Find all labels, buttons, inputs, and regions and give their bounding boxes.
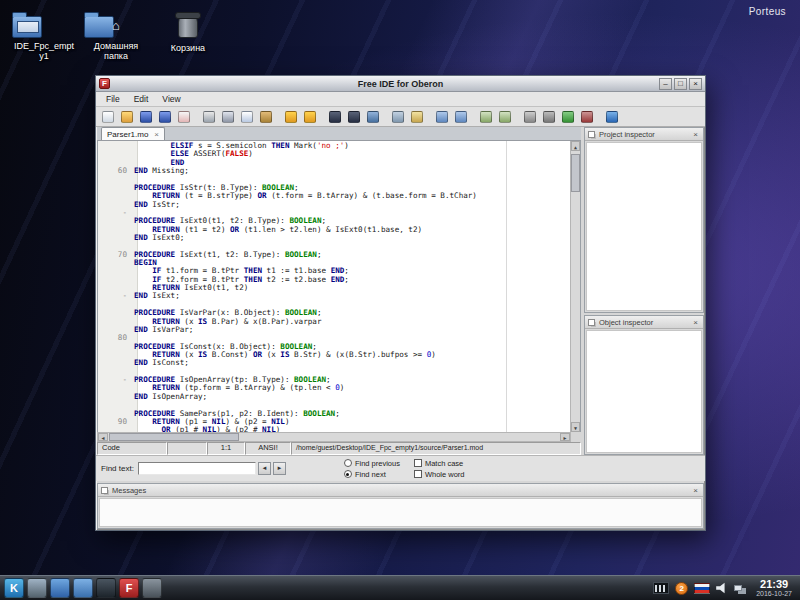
maximize-button[interactable]: □ bbox=[674, 78, 687, 90]
show-desktop-icon[interactable] bbox=[27, 578, 47, 598]
code-text: END IsOpenArray; bbox=[134, 392, 207, 401]
code-line[interactable]: 70PROCEDURE IsExt(t1, t2: B.Type): BOOLE… bbox=[98, 251, 570, 259]
unindent-button[interactable] bbox=[452, 108, 470, 125]
close-button[interactable]: × bbox=[689, 78, 702, 90]
object-inspector-panel: Object inspector × bbox=[584, 315, 704, 455]
network-icon[interactable] bbox=[734, 585, 742, 591]
kmenu-icon[interactable]: K bbox=[4, 578, 24, 598]
close-icon[interactable]: × bbox=[691, 130, 700, 139]
find-forward-button[interactable]: ► bbox=[273, 462, 286, 475]
new-file-button[interactable] bbox=[99, 108, 117, 125]
find-direction-radio[interactable]: Find previous bbox=[344, 458, 400, 468]
print-button[interactable] bbox=[200, 108, 218, 125]
replace-button[interactable] bbox=[364, 108, 382, 125]
run-button[interactable] bbox=[559, 108, 577, 125]
scroll-right-icon[interactable]: ► bbox=[560, 433, 570, 441]
code-line[interactable]: END IsVarPar; bbox=[98, 326, 570, 334]
keyboard-layout-icon[interactable] bbox=[694, 583, 710, 594]
terminal-icon[interactable] bbox=[96, 578, 116, 598]
debug-button[interactable] bbox=[578, 108, 596, 125]
save-button[interactable] bbox=[137, 108, 155, 125]
project-inspector-body[interactable] bbox=[586, 142, 702, 311]
code-line[interactable]: END IsStr; bbox=[98, 201, 570, 209]
oberon-ide-icon[interactable]: F bbox=[119, 578, 139, 598]
clock-date: 2016-10-27 bbox=[756, 590, 792, 598]
status-bar: Code 1:1 ANSI! /home/guest/Desktop/IDE_F… bbox=[97, 442, 581, 455]
object-inspector-header[interactable]: Object inspector × bbox=[585, 316, 703, 329]
tab-parser1[interactable]: Parser1.mo × bbox=[101, 127, 165, 140]
close-icon[interactable]: × bbox=[691, 486, 700, 495]
unindent-icon bbox=[455, 111, 467, 123]
goto-line-icon bbox=[392, 111, 404, 123]
scroll-left-icon[interactable]: ◄ bbox=[98, 433, 108, 441]
find-button[interactable] bbox=[326, 108, 344, 125]
goto-line-button[interactable] bbox=[389, 108, 407, 125]
desktop-icon-trash[interactable]: Корзина bbox=[156, 14, 220, 53]
build-button[interactable] bbox=[540, 108, 558, 125]
paste-button[interactable] bbox=[257, 108, 275, 125]
find-back-button[interactable]: ◄ bbox=[258, 462, 271, 475]
project-inspector-header[interactable]: Project inspector × bbox=[585, 128, 703, 141]
editor-horizontal-scrollbar[interactable]: ◄ ► bbox=[97, 432, 571, 442]
menu-file[interactable]: File bbox=[99, 93, 127, 105]
code-editor[interactable]: ELSIF s = S.semicolon THEN Mark('no ;') … bbox=[97, 141, 581, 432]
uncomment-button[interactable] bbox=[496, 108, 514, 125]
desktop: { "desktop": { "brand": "Porteus", "icon… bbox=[0, 0, 800, 600]
volume-icon[interactable] bbox=[716, 582, 728, 594]
messages-header[interactable]: Messages × bbox=[98, 484, 703, 497]
close-file-button[interactable] bbox=[175, 108, 193, 125]
code-line[interactable]: END IsOpenArray; bbox=[98, 393, 570, 401]
desktop-icon-ide-project[interactable]: IDE_Fpc_empty1 bbox=[12, 16, 76, 61]
indent-icon bbox=[436, 111, 448, 123]
tab-label: Parser1.mo bbox=[107, 130, 148, 139]
open-file-button[interactable] bbox=[118, 108, 136, 125]
menu-edit[interactable]: Edit bbox=[127, 93, 156, 105]
home-icon[interactable] bbox=[73, 578, 93, 598]
editor-vertical-scrollbar[interactable]: ▲ ▼ bbox=[570, 141, 580, 432]
settings-icon[interactable] bbox=[142, 578, 162, 598]
clipboard-badge-icon[interactable]: 2 bbox=[675, 582, 688, 595]
redo-button[interactable] bbox=[301, 108, 319, 125]
find-next-button[interactable] bbox=[345, 108, 363, 125]
options-button[interactable] bbox=[603, 108, 621, 125]
find-option-checkbox[interactable]: Whole word bbox=[414, 469, 465, 479]
close-icon[interactable]: × bbox=[691, 318, 700, 327]
file-manager-icon[interactable] bbox=[50, 578, 70, 598]
find-direction-group: Find previousFind next bbox=[344, 458, 400, 479]
window-titlebar[interactable]: F Free IDE for Oberon – □ × bbox=[96, 76, 705, 92]
cut-button[interactable] bbox=[219, 108, 237, 125]
bookmark-button[interactable] bbox=[408, 108, 426, 125]
desktop-icon-home[interactable]: Домашняя папка bbox=[84, 16, 148, 61]
messages-body[interactable] bbox=[99, 498, 702, 527]
save-all-button[interactable] bbox=[156, 108, 174, 125]
menu-view[interactable]: View bbox=[155, 93, 187, 105]
line-number: - bbox=[98, 376, 134, 384]
new-file-icon bbox=[102, 111, 114, 123]
scrollbar-thumb[interactable] bbox=[571, 154, 580, 192]
minimize-button[interactable]: – bbox=[659, 78, 672, 90]
code-line[interactable]: 60END Missing; bbox=[98, 167, 570, 175]
indent-button[interactable] bbox=[433, 108, 451, 125]
find-option-checkbox[interactable]: Match case bbox=[414, 458, 465, 468]
panel-icon bbox=[588, 131, 595, 138]
status-mode: Code bbox=[97, 442, 167, 455]
scroll-down-icon[interactable]: ▼ bbox=[571, 422, 580, 432]
find-direction-radio[interactable]: Find next bbox=[344, 469, 400, 479]
scroll-up-icon[interactable]: ▲ bbox=[571, 141, 580, 151]
compile-button[interactable] bbox=[521, 108, 539, 125]
code-line[interactable]: END IsExt0; bbox=[98, 234, 570, 242]
copy-button[interactable] bbox=[238, 108, 256, 125]
tab-close-icon[interactable]: × bbox=[154, 130, 159, 139]
code-line[interactable]: -END IsExt; bbox=[98, 292, 570, 300]
find-input[interactable] bbox=[138, 462, 256, 475]
scrollbar-thumb[interactable] bbox=[109, 433, 239, 441]
undo-button[interactable] bbox=[282, 108, 300, 125]
undo-icon bbox=[285, 111, 297, 123]
code-line[interactable]: END IsConst; bbox=[98, 359, 570, 367]
object-inspector-body[interactable] bbox=[586, 330, 702, 453]
find-label: Find text: bbox=[101, 464, 134, 473]
system-monitor-icon[interactable] bbox=[653, 582, 669, 594]
comment-button[interactable] bbox=[477, 108, 495, 125]
bookmark-icon bbox=[411, 111, 423, 123]
clock[interactable]: 21:39 2016-10-27 bbox=[756, 578, 792, 598]
